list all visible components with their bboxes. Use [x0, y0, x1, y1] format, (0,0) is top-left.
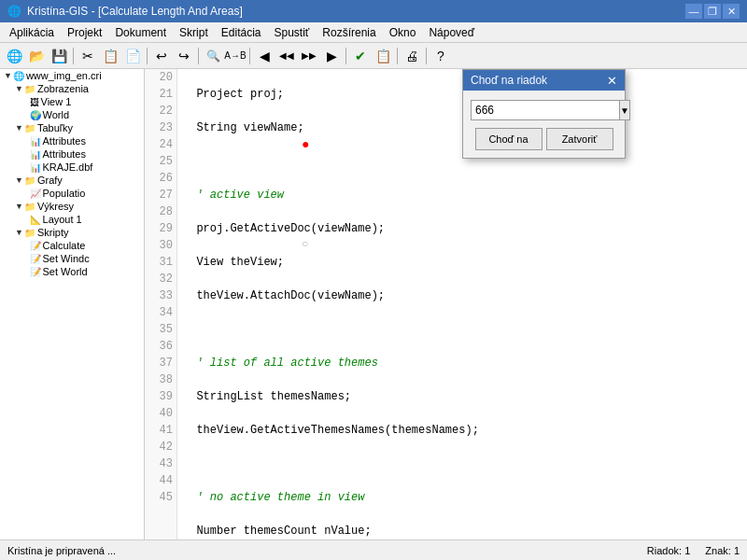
- world-icon: 🌐: [13, 71, 24, 81]
- status-bar: Kristína je pripravená ... Riadok: 1 Zna…: [0, 539, 747, 560]
- main-area: ▼ 🌐 www_img_en.cri ▼ 📁 Zobrazenia 🖼 View…: [0, 69, 747, 539]
- toolbar: 🌐 📂 💾 ✂ 📋 📄 ↩ ↪ 🔍 A→B ◀ ◀◀ ▶▶ ▶ ✔ 📋 🖨 ?: [0, 43, 747, 69]
- spacer: [26, 162, 29, 172]
- tree-label-zobrazenia: Zobrazenia: [37, 83, 89, 94]
- layout-icon: 📐: [30, 215, 41, 225]
- script-icon: 📝: [30, 254, 41, 264]
- toolbar-save[interactable]: 💾: [49, 46, 69, 66]
- tree-item-skripty[interactable]: ▼ 📁 Skripty: [0, 226, 144, 239]
- menu-rozsirenia[interactable]: Rozšírenia: [317, 24, 381, 41]
- tree-label-world: World: [43, 109, 70, 120]
- goto-dialog: Choď na riadok ✕ ▼ Choď na Zatvoriť: [462, 69, 626, 159]
- tree-item-grafy[interactable]: ▼ 📁 Grafy: [0, 174, 144, 187]
- toolbar-help[interactable]: ?: [430, 46, 451, 66]
- tree-item-calculate[interactable]: 📝 Calculate: [0, 239, 144, 252]
- toolbar-cut[interactable]: ✂: [78, 46, 98, 66]
- tree-item-view1[interactable]: 🖼 View 1: [0, 95, 144, 108]
- menu-napoved[interactable]: Nápoveď: [423, 24, 480, 41]
- tree-item-vykresy[interactable]: ▼ 📁 Výkresy: [0, 200, 144, 213]
- tree-item-zobrazenia[interactable]: ▼ 📁 Zobrazenia: [0, 82, 144, 95]
- line-numbers: 2021222324 2526272829 3031323334 3536373…: [145, 69, 177, 539]
- tree-item-tabulky[interactable]: ▼ 📁 Tabuľky: [0, 121, 144, 134]
- tree-item-attr1[interactable]: 📊 Attributes: [0, 134, 144, 147]
- toolbar-find[interactable]: 🔍: [203, 46, 223, 66]
- status-right: Riadok: 1 Znak: 1: [647, 545, 740, 556]
- goto-close-button[interactable]: Zatvoriť: [546, 128, 613, 150]
- toolbar-prev1[interactable]: ◀: [254, 46, 275, 66]
- goto-dialog-buttons: Choď na Zatvoriť: [471, 128, 617, 150]
- tree-item-attr2[interactable]: 📊 Attributes: [0, 147, 144, 161]
- spacer: [26, 189, 29, 198]
- minimize-button[interactable]: —: [685, 4, 702, 19]
- znak-label: Znak: 1: [705, 545, 740, 556]
- spacer: [26, 267, 29, 276]
- toolbar-open[interactable]: 📂: [26, 46, 47, 66]
- maximize-button[interactable]: ❐: [704, 4, 721, 19]
- goto-dialog-close-icon[interactable]: ✕: [607, 75, 617, 87]
- table-icon: 📊: [30, 136, 41, 147]
- menu-editacia[interactable]: Editácia: [216, 24, 267, 41]
- tree-label-layout1: Layout 1: [43, 214, 82, 225]
- toolbar-run[interactable]: ✔: [350, 46, 371, 66]
- tree-item-populatio[interactable]: 📈 Populatio: [0, 187, 144, 200]
- toolbar-sep-3: [198, 48, 199, 64]
- chart-icon: 📈: [30, 189, 41, 199]
- toolbar-sep-4: [249, 48, 250, 64]
- window-title: Kristína-GIS - [Calculate Length And Are…: [27, 5, 243, 18]
- app-icon: 🌐: [7, 5, 21, 18]
- folder-icon: 📁: [24, 228, 35, 238]
- view-icon: 🖼: [30, 97, 39, 107]
- goto-dialog-title: Choď na riadok ✕: [463, 70, 625, 91]
- tree-label-setwindc: Set Windc: [43, 253, 90, 264]
- toolbar-next1[interactable]: ▶: [321, 46, 342, 66]
- code-scroll[interactable]: 2021222324 2526272829 3031323334 3536373…: [145, 69, 747, 539]
- menu-aplikacia[interactable]: Aplikácia: [4, 24, 60, 41]
- tree-item-setworld[interactable]: 📝 Set World: [0, 265, 144, 278]
- menu-skript[interactable]: Skript: [174, 24, 214, 41]
- menu-spustit[interactable]: Spustiť: [268, 24, 315, 41]
- spacer: [26, 136, 29, 146]
- menu-okno[interactable]: Okno: [384, 24, 422, 41]
- menu-dokument[interactable]: Dokument: [109, 24, 172, 41]
- tree-item-kraje[interactable]: 📊 KRAJE.dbf: [0, 161, 144, 174]
- goto-line-input[interactable]: [471, 100, 620, 120]
- toolbar-undo[interactable]: ↩: [151, 46, 172, 66]
- script-icon: 📝: [30, 241, 41, 251]
- tree-label-attr1: Attributes: [43, 135, 86, 147]
- goto-dropdown-button[interactable]: ▼: [620, 100, 630, 120]
- status-message: Kristína je pripravená ...: [7, 545, 116, 556]
- toolbar-paste[interactable]: 📄: [122, 46, 143, 66]
- expand-icon: ▼: [15, 228, 23, 237]
- toolbar-sep-2: [147, 48, 148, 64]
- riadok-value: 1: [684, 545, 690, 556]
- toolbar-compile[interactable]: 📋: [373, 46, 393, 66]
- menu-projekt[interactable]: Projekt: [62, 24, 107, 41]
- tree-item-setwindc[interactable]: 📝 Set Windc: [0, 252, 144, 265]
- folder-icon: 📁: [24, 123, 35, 133]
- tree-item-world[interactable]: 🌍 World: [0, 108, 144, 121]
- toolbar-print[interactable]: 🖨: [402, 46, 422, 66]
- folder-icon: 📁: [24, 84, 35, 94]
- toolbar-prev2[interactable]: ◀◀: [276, 46, 297, 66]
- toolbar-replace[interactable]: A→B: [225, 46, 246, 66]
- expand-icon: ▼: [15, 175, 23, 185]
- close-button[interactable]: ✕: [723, 4, 740, 19]
- tree-item-root[interactable]: ▼ 🌐 www_img_en.cri: [0, 69, 144, 82]
- tree-label-tabulky: Tabuľky: [37, 122, 73, 133]
- tree-label-setworld: Set World: [43, 266, 88, 277]
- goto-go-button[interactable]: Choď na: [475, 128, 543, 150]
- code-editor[interactable]: 2021222324 2526272829 3031323334 3536373…: [145, 69, 747, 539]
- tree-label-vykresy: Výkresy: [37, 201, 74, 212]
- toolbar-sep-6: [397, 48, 398, 64]
- spacer: [26, 241, 29, 250]
- toolbar-new[interactable]: 🌐: [4, 46, 24, 66]
- spacer: [26, 215, 29, 224]
- tree-item-layout1[interactable]: 📐 Layout 1: [0, 213, 144, 226]
- toolbar-copy[interactable]: 📋: [100, 46, 120, 66]
- tree-label-root: www_img_en.cri: [26, 70, 102, 81]
- tree-label-view1: View 1: [41, 96, 72, 107]
- toolbar-redo[interactable]: ↪: [174, 46, 194, 66]
- tree-label-kraje: KRAJE.dbf: [43, 161, 93, 173]
- toolbar-next2[interactable]: ▶▶: [299, 46, 319, 66]
- world-layer-icon: 🌍: [30, 110, 41, 120]
